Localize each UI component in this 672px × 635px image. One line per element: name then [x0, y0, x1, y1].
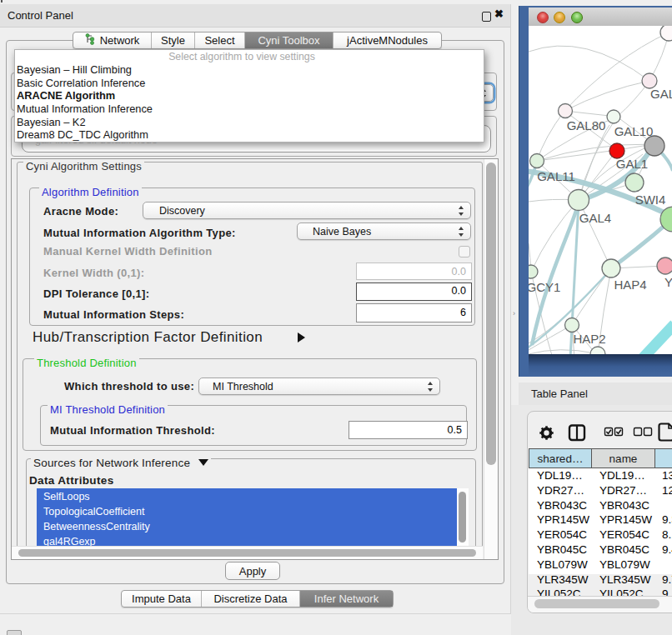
svg-text:HAP2: HAP2: [573, 332, 605, 346]
svg-text:GAL11: GAL11: [537, 169, 575, 183]
svg-text:HAP4: HAP4: [614, 278, 646, 292]
svg-text:GAL4: GAL4: [579, 211, 611, 225]
svg-text:GCY1: GCY1: [529, 280, 560, 294]
svg-text:GAL10: GAL10: [614, 124, 654, 138]
svg-text:GAL1: GAL1: [616, 157, 648, 171]
svg-text:GAL80: GAL80: [567, 118, 606, 132]
svg-text:SWI4: SWI4: [635, 192, 666, 207]
svg-text:GAL: GAL: [650, 87, 672, 101]
svg-text:Y: Y: [664, 275, 672, 289]
